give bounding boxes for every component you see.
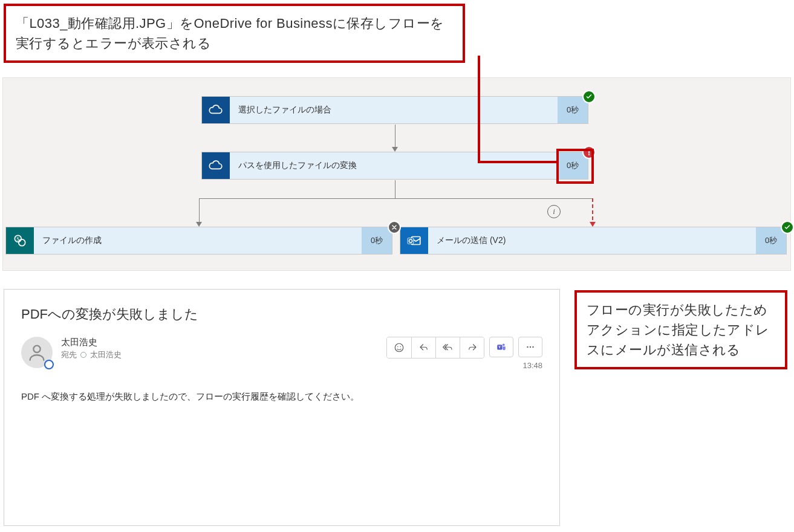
recipient-name: 太田浩史 [90, 349, 122, 360]
react-button[interactable] [387, 337, 411, 358]
svg-point-13 [527, 346, 528, 348]
onedrive-icon [202, 97, 230, 123]
step-label: ファイルの作成 [34, 227, 362, 254]
flow-arrow [395, 180, 395, 198]
more-actions-button[interactable] [518, 337, 542, 357]
highlight-error-duration [556, 149, 594, 184]
flow-arrow-left [199, 198, 200, 226]
recipient-label: 宛先 [61, 349, 77, 360]
info-icon[interactable]: i [547, 205, 561, 218]
svg-point-6 [33, 346, 40, 352]
recipient-presence-dot [80, 352, 86, 358]
step-label: 選択したファイルの場合 [230, 97, 558, 123]
svg-text:S: S [16, 236, 19, 242]
email-action-bar: T [386, 337, 542, 358]
flow-step-create-file[interactable]: S ファイルの作成 0秒 [5, 227, 392, 255]
svg-text:T: T [498, 345, 501, 349]
status-badge-cancelled [388, 221, 401, 234]
flow-arrow-right-error [592, 198, 593, 226]
status-badge-success [582, 90, 596, 103]
sender-name: 太田浩史 [61, 337, 378, 348]
recipient-row: 宛先 太田浩史 [61, 349, 378, 360]
email-subject: PDFへの変換が失敗しました [21, 305, 542, 323]
reply-button[interactable] [411, 337, 435, 358]
email-preview-panel: PDFへの変換が失敗しました 太田浩史 宛先 太田浩史 [4, 289, 560, 526]
email-body: PDF へ変換する処理が失敗しましたので、フローの実行履歴を確認してください。 [21, 389, 542, 404]
forward-button[interactable] [460, 337, 484, 358]
svg-point-7 [395, 343, 403, 352]
callout-connector-vertical [478, 56, 480, 163]
svg-point-14 [530, 346, 531, 348]
flow-step-trigger[interactable]: 選択したファイルの場合 0秒 [201, 96, 588, 124]
outlook-icon [400, 227, 428, 254]
svg-point-12 [503, 343, 505, 346]
status-badge-success [781, 221, 794, 234]
teams-share-button[interactable]: T [489, 337, 513, 357]
email-header: 太田浩史 宛先 太田浩史 [21, 337, 542, 368]
svg-point-1 [19, 239, 25, 246]
svg-point-8 [397, 346, 399, 348]
sender-block: 太田浩史 宛先 太田浩史 [61, 337, 378, 360]
flow-split-bar [199, 198, 592, 199]
email-time: 13:48 [522, 361, 542, 370]
step-duration: 0秒 [362, 227, 392, 254]
avatar [21, 337, 53, 368]
svg-point-15 [532, 346, 533, 348]
flow-step-convert[interactable]: パスを使用したファイルの変換 0秒 [201, 152, 588, 180]
step-label: パスを使用したファイルの変換 [230, 152, 558, 179]
flow-run-canvas: 選択したファイルの場合 0秒 パスを使用したファイルの変換 0秒 ! i S フ… [2, 77, 791, 271]
reaction-reply-group [386, 337, 484, 358]
flow-arrow [395, 125, 395, 151]
reply-all-button[interactable] [435, 337, 460, 358]
sharepoint-icon: S [6, 227, 34, 254]
flow-step-send-mail[interactable]: メールの送信 (V2) 0秒 [400, 227, 787, 255]
step-label: メールの送信 (V2) [428, 227, 756, 254]
presence-indicator [44, 360, 54, 369]
svg-rect-4 [408, 238, 414, 244]
callout-top: 「L033_動作確認用.JPG」をOneDrive for Businessに保… [4, 4, 465, 63]
svg-point-9 [400, 346, 402, 348]
callout-right: フローの実行が失敗したためアクションに指定したアドレスにメールが送信される [574, 290, 787, 369]
callout-connector-horizontal [478, 161, 556, 163]
onedrive-icon [202, 152, 230, 179]
